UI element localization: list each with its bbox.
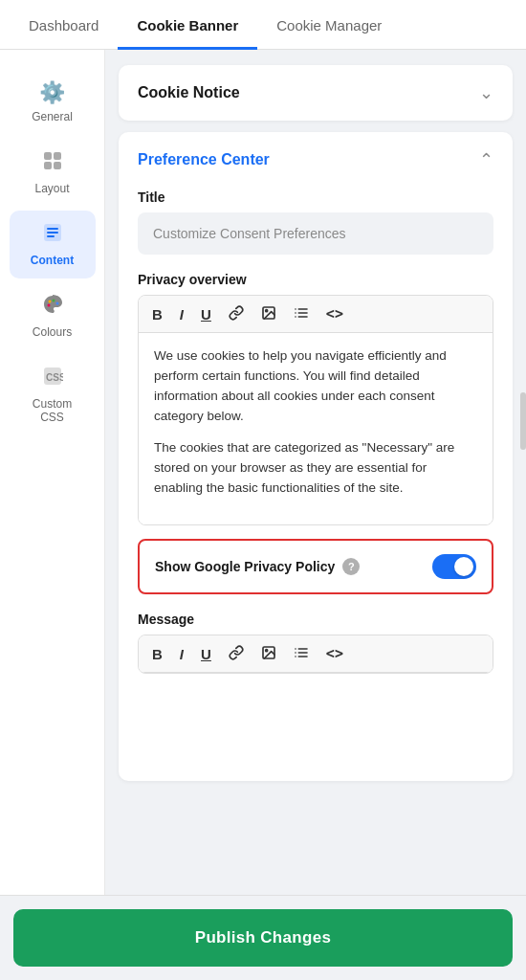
preference-center-title: Preference Center: [138, 151, 270, 168]
sidebar-item-general[interactable]: ⚙️ General: [10, 69, 96, 135]
gear-icon: ⚙️: [39, 80, 65, 105]
list-button[interactable]: [290, 303, 313, 324]
message-editor: B I U: [138, 635, 493, 674]
content-icon: [42, 222, 63, 249]
svg-point-9: [48, 301, 51, 303]
tab-cookie-banner[interactable]: Cookie Banner: [118, 0, 257, 50]
toggle-knob: [454, 557, 473, 576]
msg-image-button[interactable]: [257, 643, 280, 664]
svg-rect-7: [47, 235, 55, 237]
cookie-notice-dropdown[interactable]: Cookie Notice ⌄: [119, 65, 513, 121]
svg-rect-2: [44, 162, 52, 169]
sidebar-label-custom-css: Custom CSS: [23, 397, 82, 424]
main-content: Cookie Notice ⌄ Preference Center ⌃ Titl…: [105, 50, 526, 976]
bottom-spacer: [138, 687, 493, 764]
scrollbar-handle[interactable]: [520, 392, 526, 450]
svg-point-10: [52, 300, 55, 302]
privacy-overview-editor: B I U: [138, 295, 493, 525]
svg-rect-6: [47, 232, 58, 234]
publish-bar: Publish Changes: [0, 895, 526, 980]
css-icon: CSS: [42, 366, 63, 392]
chevron-down-icon: ⌄: [479, 82, 493, 103]
image-button[interactable]: [257, 303, 280, 324]
sidebar: ⚙️ General Layout: [0, 50, 105, 976]
google-privacy-toggle[interactable]: [432, 554, 476, 579]
svg-point-8: [47, 304, 50, 307]
privacy-overview-label: Privacy overview: [138, 272, 493, 287]
preference-header: Preference Center ⌃: [138, 149, 493, 170]
google-privacy-label: Show Google Privacy Policy: [155, 559, 335, 574]
svg-rect-3: [54, 162, 61, 169]
msg-code-button[interactable]: <>: [322, 645, 347, 663]
sidebar-label-colours: Colours: [33, 325, 72, 339]
sidebar-item-custom-css[interactable]: CSS Custom CSS: [10, 354, 96, 435]
link-button[interactable]: [225, 303, 248, 324]
page-layout: ⚙️ General Layout: [0, 50, 526, 976]
msg-italic-button[interactable]: I: [176, 645, 187, 663]
toggle-label-group: Show Google Privacy Policy ?: [155, 558, 360, 575]
colours-icon: [42, 294, 63, 321]
privacy-overview-content[interactable]: We use cookies to help you navigate effi…: [139, 333, 493, 524]
msg-underline-button[interactable]: U: [197, 645, 215, 663]
message-toolbar: B I U: [139, 635, 493, 673]
bold-button[interactable]: B: [148, 305, 166, 323]
svg-rect-0: [44, 152, 52, 160]
privacy-toolbar: B I U: [139, 296, 493, 333]
google-privacy-toggle-row: Show Google Privacy Policy ?: [138, 539, 493, 594]
sidebar-label-layout: Layout: [34, 182, 69, 195]
message-section: Message B I U: [138, 612, 493, 674]
tab-cookie-manager[interactable]: Cookie Manager: [257, 0, 401, 50]
preference-panel: Preference Center ⌃ Title Privacy overvi…: [119, 132, 513, 781]
message-field-label: Message: [138, 612, 493, 627]
sidebar-label-general: General: [32, 110, 73, 123]
italic-button[interactable]: I: [176, 305, 187, 323]
svg-rect-1: [54, 152, 61, 160]
sidebar-label-content: Content: [31, 254, 74, 267]
msg-list-button[interactable]: [290, 643, 313, 664]
code-button[interactable]: <>: [322, 305, 347, 323]
chevron-up-icon[interactable]: ⌃: [479, 149, 493, 170]
msg-bold-button[interactable]: B: [148, 645, 166, 663]
svg-point-23: [266, 650, 268, 652]
sidebar-item-content[interactable]: Content: [10, 211, 96, 278]
cookie-notice-title: Cookie Notice: [138, 84, 240, 101]
help-icon[interactable]: ?: [342, 558, 360, 575]
layout-icon: [42, 150, 63, 177]
svg-text:CSS: CSS: [46, 372, 63, 383]
msg-link-button[interactable]: [225, 643, 248, 664]
underline-button[interactable]: U: [197, 305, 215, 323]
sidebar-item-colours[interactable]: Colours: [10, 282, 96, 350]
title-field-label: Title: [138, 189, 493, 205]
top-nav: Dashboard Cookie Banner Cookie Manager: [0, 0, 526, 50]
publish-button[interactable]: Publish Changes: [13, 909, 513, 967]
svg-point-11: [55, 302, 58, 305]
svg-point-15: [266, 310, 268, 312]
sidebar-item-layout[interactable]: Layout: [10, 139, 96, 207]
title-input[interactable]: [138, 212, 493, 255]
tab-dashboard[interactable]: Dashboard: [10, 0, 118, 50]
svg-rect-5: [47, 228, 58, 230]
